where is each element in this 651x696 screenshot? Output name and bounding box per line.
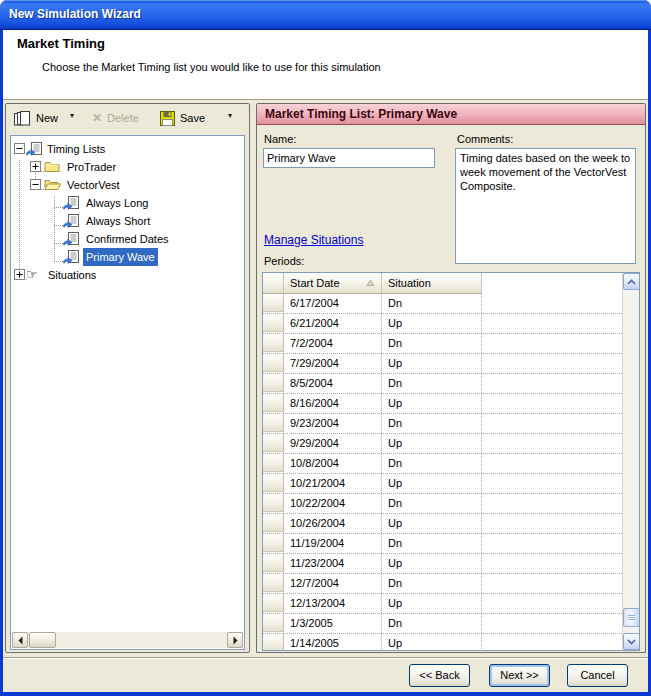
cell-situation: Up — [382, 434, 482, 453]
row-selector[interactable] — [263, 374, 284, 393]
row-selector[interactable] — [263, 634, 284, 651]
cell-start-date: 9/29/2004 — [284, 434, 382, 453]
tree-item-timing-lists[interactable]: Timing Lists — [11, 140, 244, 158]
cell-situation: Dn — [382, 534, 482, 553]
scrollbar-thumb[interactable] — [29, 632, 56, 648]
table-row[interactable]: 7/2/2004Dn — [263, 334, 622, 354]
table-row[interactable]: 10/21/2004Up — [263, 474, 622, 494]
wizard-header: Market Timing Choose the Market Timing l… — [3, 30, 648, 100]
tree-item-always-long[interactable]: Always Long — [11, 194, 244, 212]
row-selector[interactable] — [263, 494, 284, 513]
situation-column-label: Situation — [388, 277, 431, 289]
row-selector[interactable] — [263, 434, 284, 453]
save-dropdown-arrow[interactable]: ▾ — [228, 112, 232, 120]
row-selector[interactable] — [263, 414, 284, 433]
table-row[interactable]: 10/26/2004Up — [263, 514, 622, 534]
expand-expander-icon[interactable] — [30, 161, 41, 172]
row-selector[interactable] — [263, 294, 284, 313]
row-selector[interactable] — [263, 474, 284, 493]
row-selector[interactable] — [263, 454, 284, 473]
next-button[interactable]: Next >> — [489, 664, 550, 687]
row-selector[interactable] — [263, 594, 284, 613]
tree-item-label: Always Long — [83, 194, 151, 212]
cell-start-date: 10/21/2004 — [284, 474, 382, 493]
cell-start-date: 1/3/2005 — [284, 614, 382, 633]
table-row[interactable]: 6/21/2004Up — [263, 314, 622, 334]
footer-separator — [3, 657, 648, 658]
start-date-column-header[interactable]: Start Date — [284, 273, 382, 294]
scroll-left-arrow[interactable] — [12, 632, 28, 648]
expand-expander-icon[interactable] — [14, 269, 25, 280]
tree-item-vectorvest[interactable]: VectorVest — [11, 176, 244, 194]
toolbar: New ▾ ✕ Delete Save ▾ — [6, 104, 249, 133]
cancel-button[interactable]: Cancel — [567, 664, 628, 687]
row-selector[interactable] — [263, 534, 284, 553]
scrollbar-thumb[interactable] — [623, 608, 640, 627]
tree-item-primary-wave[interactable]: Primary Wave — [11, 248, 244, 266]
name-input[interactable] — [263, 148, 435, 168]
new-button[interactable]: New — [12, 108, 60, 128]
timing-list-doc-icon — [63, 196, 79, 210]
scroll-right-arrow[interactable] — [227, 632, 243, 648]
collapse-expander-icon[interactable] — [30, 179, 41, 190]
scroll-down-arrow[interactable] — [623, 633, 640, 650]
timing-list-doc-icon — [26, 142, 42, 156]
tree-item-always-short[interactable]: Always Short — [11, 212, 244, 230]
table-row[interactable]: 9/23/2004Dn — [263, 414, 622, 434]
save-button-label: Save — [180, 112, 205, 124]
row-selector[interactable] — [263, 394, 284, 413]
tree-item-situations[interactable]: ☞ Situations — [11, 266, 244, 284]
timing-list-doc-icon — [63, 214, 79, 228]
table-row[interactable]: 12/13/2004Up — [263, 594, 622, 614]
save-floppy-icon — [160, 111, 175, 126]
table-row[interactable]: 11/23/2004Up — [263, 554, 622, 574]
table-row[interactable]: 6/17/2004Dn — [263, 294, 622, 314]
cell-start-date: 12/7/2004 — [284, 574, 382, 593]
situation-column-header[interactable]: Situation — [382, 273, 482, 294]
cell-start-date: 8/16/2004 — [284, 394, 382, 413]
table-row[interactable]: 8/5/2004Dn — [263, 374, 622, 394]
delete-button-label: Delete — [107, 112, 139, 124]
tree-horizontal-scrollbar[interactable] — [12, 632, 243, 648]
table-row[interactable]: 8/16/2004Up — [263, 394, 622, 414]
selector-column-header[interactable] — [263, 273, 284, 294]
row-selector[interactable] — [263, 574, 284, 593]
row-selector[interactable] — [263, 314, 284, 333]
delete-button[interactable]: ✕ Delete — [90, 108, 141, 128]
page-subtitle: Choose the Market Timing list you would … — [42, 61, 381, 73]
row-selector[interactable] — [263, 334, 284, 353]
table-row[interactable]: 12/7/2004Dn — [263, 574, 622, 594]
row-selector[interactable] — [263, 614, 284, 633]
table-row[interactable]: 10/22/2004Dn — [263, 494, 622, 514]
row-selector[interactable] — [263, 514, 284, 533]
tree-item-label: VectorVest — [64, 176, 123, 194]
collapse-expander-icon[interactable] — [14, 143, 25, 154]
cell-situation: Up — [382, 594, 482, 613]
back-button[interactable]: << Back — [409, 664, 470, 687]
cell-start-date: 7/2/2004 — [284, 334, 382, 353]
timing-lists-panel: New ▾ ✕ Delete Save ▾ — [5, 103, 250, 653]
tree-item-confirmed-dates[interactable]: Confirmed Dates — [11, 230, 244, 248]
table-row[interactable]: 9/29/2004Up — [263, 434, 622, 454]
table-row[interactable]: 10/8/2004Dn — [263, 454, 622, 474]
save-button[interactable]: Save — [158, 108, 207, 128]
table-row[interactable]: 1/3/2005Dn — [263, 614, 622, 634]
manage-situations-link[interactable]: Manage Situations — [264, 233, 363, 247]
tree-items: Timing Lists ProTrader — [11, 140, 244, 284]
table-row[interactable]: 11/19/2004Dn — [263, 534, 622, 554]
table-row[interactable]: 7/29/2004Up — [263, 354, 622, 374]
periods-vertical-scrollbar[interactable] — [622, 273, 639, 650]
table-row[interactable]: 1/14/2005Up — [263, 634, 622, 651]
tree-item-protrader[interactable]: ProTrader — [11, 158, 244, 176]
new-dropdown-arrow[interactable]: ▾ — [70, 112, 74, 120]
row-selector[interactable] — [263, 354, 284, 373]
comments-textarea[interactable]: Timing dates based on the week to week m… — [455, 148, 636, 264]
scroll-up-arrow[interactable] — [623, 273, 640, 290]
cell-start-date: 10/8/2004 — [284, 454, 382, 473]
cell-situation: Dn — [382, 614, 482, 633]
titlebar[interactable]: New Simulation Wizard — [0, 0, 651, 30]
cell-situation: Dn — [382, 494, 482, 513]
cell-start-date: 11/19/2004 — [284, 534, 382, 553]
row-selector[interactable] — [263, 554, 284, 573]
periods-label: Periods: — [264, 255, 304, 267]
